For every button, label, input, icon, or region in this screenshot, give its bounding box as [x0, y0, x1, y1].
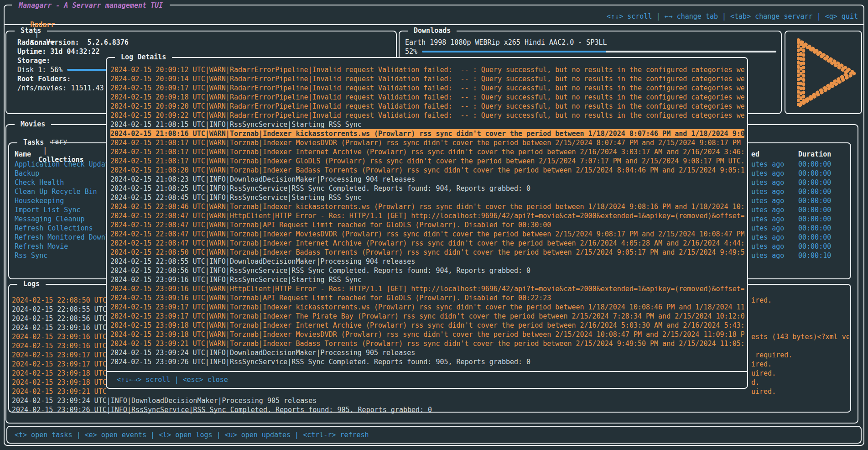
log-detail-line[interactable]: 2024-02-15 20:09:17 UTC|WARN|RadarrError… [110, 84, 744, 93]
uptime: Uptime: 31d 04:32:22 [17, 47, 392, 56]
log-detail-line[interactable]: 2024-02-15 21:08:17 UTC|WARN|Torznab|Ind… [110, 147, 744, 157]
log-detail-line[interactable]: 2024-02-15 22:08:47 UTC|WARN|Torznab|API… [110, 220, 744, 230]
log-row[interactable]: 2024-02-15 23:09:26 UTC|INFO|RssSyncServ… [12, 405, 847, 414]
log-detail-line[interactable]: 2024-02-15 21:08:15 UTC|INFO|RssSyncServ… [110, 120, 744, 129]
log-detail-line[interactable]: 2024-02-15 21:08:23 UTC|INFO|DownloadDec… [110, 175, 744, 184]
log-row-tail [751, 396, 849, 405]
log-row-tail: required. [751, 351, 849, 360]
log-detail-line[interactable]: 2024-02-15 22:08:46 UTC|WARN|Torznab|Ind… [110, 202, 744, 211]
tasks-panel-title: Tasks [17, 138, 50, 147]
task-row-executed: utes ago [751, 205, 784, 215]
bottom-keybinds: <t> open tasks | <e> open events | <l> o… [15, 430, 369, 440]
task-row-name[interactable]: Import List Sync [15, 205, 113, 215]
task-row-name[interactable]: Rss Sync [15, 251, 113, 260]
download-item-title: Earth 1998 1080p WEBRip x265 Hindi AAC2.… [405, 38, 776, 47]
tasks-executed-header: ed [751, 150, 759, 159]
log-detail-line[interactable]: 2024-02-15 22:08:47 UTC|WARN|Torznab|Ind… [110, 239, 744, 248]
log-detail-line[interactable]: 2024-02-15 23:09:26 UTC|INFO|RssSyncServ… [110, 357, 744, 366]
task-row-executed: utes ago [751, 224, 784, 233]
tasks-executed-column: utes agoutes agoutes agoutes agoutes ago… [751, 160, 784, 260]
task-row-executed: utes ago [751, 169, 784, 178]
log-row-tail [751, 314, 849, 323]
log-row-tail: ests (143 bytes)<?xml ver [751, 332, 849, 341]
log-detail-line[interactable]: 2024-02-15 22:08:47 UTC|WARN|HttpClient|… [110, 211, 744, 220]
log-detail-line[interactable]: 2024-02-15 23:09:16 UTC|WARN|HttpClient|… [110, 284, 744, 293]
log-detail-line[interactable]: 2024-02-15 22:08:50 UTC|WARN|Torznab|Ind… [110, 248, 744, 257]
task-row-name[interactable]: Backup [15, 169, 113, 178]
log-detail-line[interactable]: 2024-02-15 23:09:17 UTC|WARN|Torznab|Ind… [110, 312, 744, 321]
log-detail-line[interactable]: 2024-02-15 21:08:20 UTC|WARN|Torznab|Ind… [110, 166, 744, 175]
log-row[interactable]: 2024-02-15 23:09:24 UTC|INFO|DownloadDec… [12, 396, 847, 405]
tasks-duration-header: Duration [798, 150, 831, 159]
log-row-tail: uired. [751, 387, 849, 396]
log-row-tail: ired. [751, 296, 849, 305]
log-detail-line[interactable]: 2024-02-15 23:09:16 UTC|WARN|Torznab|API… [110, 293, 744, 303]
tasks-name-header: Name [15, 150, 31, 159]
log-detail-line[interactable]: 2024-02-15 23:09:24 UTC|INFO|DownloadDec… [110, 348, 744, 357]
log-detail-line[interactable]: 2024-02-15 21:08:25 UTC|INFO|RssSyncServ… [110, 184, 744, 193]
tab-radarr[interactable]: Radarr [30, 21, 55, 29]
task-row-duration: 00:00:00 [798, 187, 831, 196]
log-detail-line[interactable]: 2024-02-15 23:09:16 UTC|INFO|RssSyncServ… [110, 275, 744, 284]
task-row-executed: utes ago [751, 196, 784, 205]
log-detail-line[interactable]: 2024-02-15 23:09:18 UTC|WARN|Torznab|Ind… [110, 321, 744, 330]
task-row-name[interactable]: Messaging Cleanup [15, 215, 113, 224]
log-detail-line[interactable]: 2024-02-15 21:08:17 UTC|WARN|Torznab|Ind… [110, 138, 744, 147]
log-detail-line[interactable]: 2024-02-15 20:09:20 UTC|WARN|RadarrError… [110, 102, 744, 111]
movies-panel-title: Movies [15, 120, 51, 129]
task-row-duration: 00:00:00 [798, 215, 831, 224]
log-detail-line[interactable]: 2024-02-15 21:08:17 UTC|WARN|Torznab|Ind… [110, 157, 744, 166]
log-row-tail: d. [751, 378, 849, 387]
log-detail-line-selected[interactable]: 2024-02-15 21:08:16 UTC|WARN|Torznab|Ind… [110, 129, 744, 138]
topbar-divider [4, 24, 864, 25]
task-row-duration: 00:00:00 [798, 178, 831, 187]
tasks-name-column: Application Check UpdatBackupCheck Healt… [15, 160, 113, 260]
task-row-duration: 00:00:00 [798, 224, 831, 233]
task-row-name[interactable]: Refresh Collections [15, 224, 113, 233]
log-detail-line[interactable]: 2024-02-15 20:09:12 UTC|WARN|RadarrError… [110, 65, 744, 74]
log-row-tail: uired. [751, 369, 849, 378]
log-detail-line[interactable]: 2024-02-15 20:09:18 UTC|WARN|RadarrError… [110, 93, 744, 102]
top-keybinds: <↑↓> scroll | ←→ change tab | <tab> chan… [607, 12, 858, 21]
log-row-tail [751, 405, 849, 414]
task-row-name[interactable]: Check Health [15, 178, 113, 187]
log-detail-line[interactable]: 2024-02-15 22:08:55 UTC|INFO|DownloadDec… [110, 257, 744, 266]
log-detail-line[interactable]: 2024-02-15 23:09:21 UTC|WARN|Torznab|Ind… [110, 339, 744, 348]
task-row-name[interactable]: Refresh Movie [15, 242, 113, 251]
radarr-version: Radarr Version: 5.2.6.8376 [17, 38, 392, 47]
task-row-name[interactable]: Refresh Monitored Downl [15, 233, 113, 242]
background-terminal-fragment: tests passed [0, 446, 868, 450]
log-details-modal: Log Details 2024-02-15 20:09:12 UTC|WARN… [106, 57, 748, 389]
downloads-panel-title: Downloads [408, 26, 457, 35]
log-detail-line[interactable]: 2024-02-15 20:09:22 UTC|WARN|RadarrError… [110, 111, 744, 120]
servarr-tabs: Radarr │ Sonarr [14, 11, 55, 57]
managarr-play-logo-icon [785, 31, 861, 113]
log-row-tail: ired. [751, 360, 849, 369]
task-row-duration: 00:00:00 [798, 196, 831, 205]
log-details-list[interactable]: 2024-02-15 20:09:12 UTC|WARN|RadarrError… [110, 65, 744, 366]
task-row-duration: 00:00:00 [798, 169, 831, 178]
task-row-duration: 00:00:00 [798, 160, 831, 169]
log-row-tail [751, 341, 849, 351]
logs-row-tails: ired.ests (143 bytes)<?xml ver required.… [751, 296, 849, 414]
task-row-executed: utes ago [751, 242, 784, 251]
logo-panel [785, 31, 862, 114]
task-row-executed: utes ago [751, 251, 784, 260]
download-progress: 52% [405, 47, 776, 56]
tab-sonarr[interactable]: Sonarr [30, 39, 55, 47]
task-row-duration: 00:00:00 [798, 205, 831, 215]
log-detail-line[interactable]: 2024-02-15 22:08:56 UTC|INFO|RssSyncServ… [110, 266, 744, 275]
log-details-title: Log Details [115, 52, 172, 62]
task-row-name[interactable]: Housekeeping [15, 196, 113, 205]
download-gauge [422, 51, 776, 52]
task-row-name[interactable]: Application Check Updat [15, 160, 113, 169]
task-row-duration: 00:00:00 [798, 233, 831, 242]
task-row-executed: utes ago [751, 178, 784, 187]
log-detail-line[interactable]: 2024-02-15 22:08:45 UTC|INFO|RssSyncServ… [110, 193, 744, 202]
task-row-name[interactable]: Clean Up Recycle Bin [15, 187, 113, 196]
log-detail-line[interactable]: 2024-02-15 23:09:17 UTC|WARN|Torznab|Ind… [110, 303, 744, 312]
task-row-executed: utes ago [751, 187, 784, 196]
log-detail-line[interactable]: 2024-02-15 20:09:14 UTC|WARN|RadarrError… [110, 74, 744, 84]
log-detail-line[interactable]: 2024-02-15 23:09:18 UTC|WARN|Torznab|Ind… [110, 330, 744, 339]
log-detail-line[interactable]: 2024-02-15 22:08:47 UTC|WARN|Torznab|Ind… [110, 230, 744, 239]
